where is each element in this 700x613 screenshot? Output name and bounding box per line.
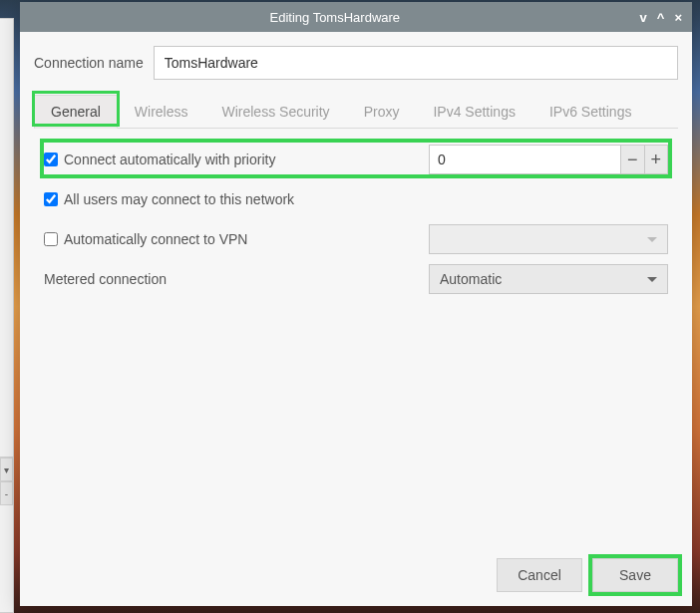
tab-proxy[interactable]: Proxy <box>347 95 417 129</box>
connection-name-input[interactable] <box>154 46 678 80</box>
auto-vpn-checkbox[interactable] <box>44 232 58 246</box>
dialog-footer: Cancel Save <box>20 550 692 606</box>
priority-increment-button[interactable]: + <box>644 146 668 173</box>
tab-wireless-security[interactable]: Wireless Security <box>204 95 346 129</box>
bg-minus-icon: - <box>0 481 13 505</box>
all-users-checkbox[interactable] <box>44 192 58 206</box>
bg-dropdown-icon: ▾ <box>0 458 13 481</box>
minimize-icon[interactable]: v <box>640 10 647 25</box>
priority-input[interactable] <box>430 146 620 173</box>
tab-panel-general: Connect automatically with priority − + … <box>34 129 678 536</box>
priority-spinbox: − + <box>429 145 668 174</box>
auto-connect-label: Connect automatically with priority <box>64 152 275 167</box>
cancel-button[interactable]: Cancel <box>497 558 582 592</box>
auto-vpn-label: Automatically connect to VPN <box>64 231 247 247</box>
tab-wireless[interactable]: Wireless <box>118 95 205 129</box>
metered-label: Metered connection <box>44 271 167 287</box>
save-button[interactable]: Save <box>592 558 678 592</box>
tab-general[interactable]: General <box>34 95 118 129</box>
tab-ipv4-settings[interactable]: IPv4 Settings <box>416 95 532 129</box>
close-icon[interactable]: × <box>674 10 682 25</box>
background-panel: ▾ - <box>0 18 14 613</box>
maximize-icon[interactable]: ^ <box>657 10 665 25</box>
chevron-down-icon <box>647 237 657 242</box>
titlebar: Editing TomsHardware v ^ × <box>20 2 692 32</box>
tabs: General Wireless Wireless Security Proxy… <box>34 94 678 129</box>
all-users-label: All users may connect to this network <box>64 191 294 207</box>
window-title: Editing TomsHardware <box>30 10 640 25</box>
chevron-down-icon <box>647 277 657 282</box>
dialog-window: Editing TomsHardware v ^ × Connection na… <box>20 2 692 606</box>
tab-ipv6-settings[interactable]: IPv6 Settings <box>532 95 649 129</box>
priority-decrement-button[interactable]: − <box>620 146 644 173</box>
connection-name-label: Connection name <box>34 55 144 71</box>
metered-dropdown[interactable]: Automatic <box>429 264 668 294</box>
auto-connect-checkbox[interactable] <box>44 153 58 166</box>
vpn-dropdown[interactable] <box>429 224 668 254</box>
metered-dropdown-value: Automatic <box>440 271 502 287</box>
